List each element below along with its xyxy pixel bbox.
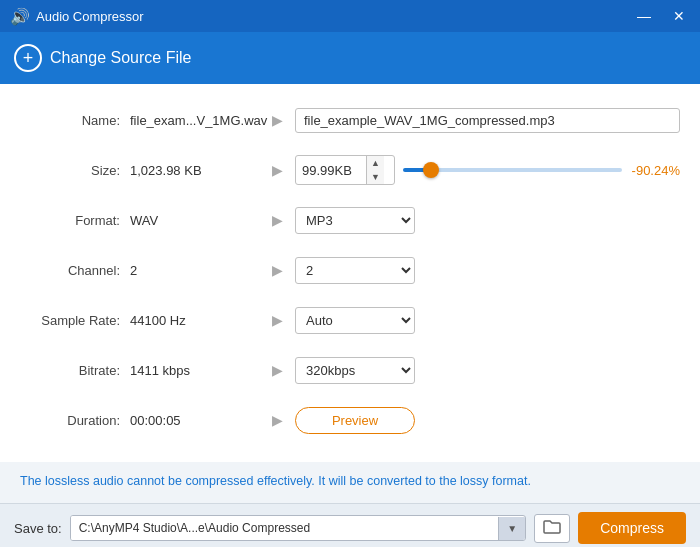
save-path-dropdown-button[interactable]: ▼	[498, 517, 525, 540]
change-source-label: Change Source File	[50, 49, 191, 67]
titlebar: 🔊 Audio Compressor — ✕	[0, 0, 700, 32]
format-source-value: WAV	[130, 213, 260, 228]
name-arrow-icon: ▶	[272, 112, 283, 128]
change-source-button[interactable]: + Change Source File	[14, 44, 191, 72]
channel-arrow-icon: ▶	[272, 262, 283, 278]
save-path-input[interactable]	[71, 516, 499, 540]
add-icon: +	[14, 44, 42, 72]
size-down-button[interactable]: ▼	[367, 170, 384, 184]
size-slider-wrapper: -90.24%	[403, 163, 680, 178]
channel-row: Channel: 2 ▶ 2 1	[20, 252, 680, 288]
channel-target-wrapper: 2 1	[295, 257, 680, 284]
bitrate-label: Bitrate:	[20, 363, 130, 378]
samplerate-target-wrapper: Auto 44100 Hz 22050 Hz 11025 Hz	[295, 307, 680, 334]
format-dropdown[interactable]: MP3 AAC OGG FLAC	[295, 207, 415, 234]
preview-button[interactable]: Preview	[295, 407, 415, 434]
size-row: Size: 1,023.98 KB ▶ ▲ ▼ -90.24%	[20, 152, 680, 188]
format-target-wrapper: MP3 AAC OGG FLAC	[295, 207, 680, 234]
size-source-value: 1,023.98 KB	[130, 163, 260, 178]
warning-text: The lossless audio cannot be compressed …	[20, 472, 680, 491]
samplerate-arrow-icon: ▶	[272, 312, 283, 328]
bitrate-source-value: 1411 kbps	[130, 363, 260, 378]
format-label: Format:	[20, 213, 130, 228]
titlebar-controls: — ✕	[632, 6, 690, 26]
size-label: Size:	[20, 163, 130, 178]
folder-browse-button[interactable]	[534, 514, 570, 543]
bitrate-target-wrapper: 320kbps 256kbps 192kbps 128kbps	[295, 357, 680, 384]
channel-dropdown[interactable]: 2 1	[295, 257, 415, 284]
samplerate-row: Sample Rate: 44100 Hz ▶ Auto 44100 Hz 22…	[20, 302, 680, 338]
size-target-wrapper: ▲ ▼ -90.24%	[295, 155, 680, 185]
duration-source-value: 00:00:05	[130, 413, 260, 428]
size-input-group: ▲ ▼	[295, 155, 395, 185]
name-target-input[interactable]	[295, 108, 680, 133]
close-button[interactable]: ✕	[668, 6, 690, 26]
titlebar-title: Audio Compressor	[36, 9, 144, 24]
channel-source-value: 2	[130, 263, 260, 278]
name-source-value: file_exam...V_1MG.wav	[130, 113, 260, 128]
size-arrow-icon: ▶	[272, 162, 283, 178]
save-label: Save to:	[14, 521, 62, 536]
duration-target-wrapper: Preview	[295, 407, 680, 434]
app-icon: 🔊	[10, 7, 30, 26]
bottom-bar: Save to: ▼ Compress	[0, 503, 700, 547]
duration-row: Duration: 00:00:05 ▶ Preview	[20, 402, 680, 438]
format-row: Format: WAV ▶ MP3 AAC OGG FLAC	[20, 202, 680, 238]
name-row: Name: file_exam...V_1MG.wav ▶	[20, 102, 680, 138]
size-slider[interactable]	[403, 168, 622, 172]
name-label: Name:	[20, 113, 130, 128]
format-arrow-icon: ▶	[272, 212, 283, 228]
content-area: Name: file_exam...V_1MG.wav ▶ Size: 1,02…	[0, 84, 700, 462]
size-spinners: ▲ ▼	[366, 156, 384, 184]
compress-button[interactable]: Compress	[578, 512, 686, 544]
bitrate-arrow-icon: ▶	[272, 362, 283, 378]
size-up-button[interactable]: ▲	[367, 156, 384, 170]
duration-label: Duration:	[20, 413, 130, 428]
titlebar-left: 🔊 Audio Compressor	[10, 7, 144, 26]
channel-label: Channel:	[20, 263, 130, 278]
samplerate-source-value: 44100 Hz	[130, 313, 260, 328]
size-percent-value: -90.24%	[630, 163, 680, 178]
samplerate-dropdown[interactable]: Auto 44100 Hz 22050 Hz 11025 Hz	[295, 307, 415, 334]
save-path-wrapper: ▼	[70, 515, 527, 541]
bitrate-row: Bitrate: 1411 kbps ▶ 320kbps 256kbps 192…	[20, 352, 680, 388]
name-target-wrapper	[295, 108, 680, 133]
samplerate-label: Sample Rate:	[20, 313, 130, 328]
bitrate-dropdown[interactable]: 320kbps 256kbps 192kbps 128kbps	[295, 357, 415, 384]
size-target-input[interactable]	[296, 159, 366, 182]
toolbar: + Change Source File	[0, 32, 700, 84]
minimize-button[interactable]: —	[632, 6, 656, 26]
duration-arrow-icon: ▶	[272, 412, 283, 428]
